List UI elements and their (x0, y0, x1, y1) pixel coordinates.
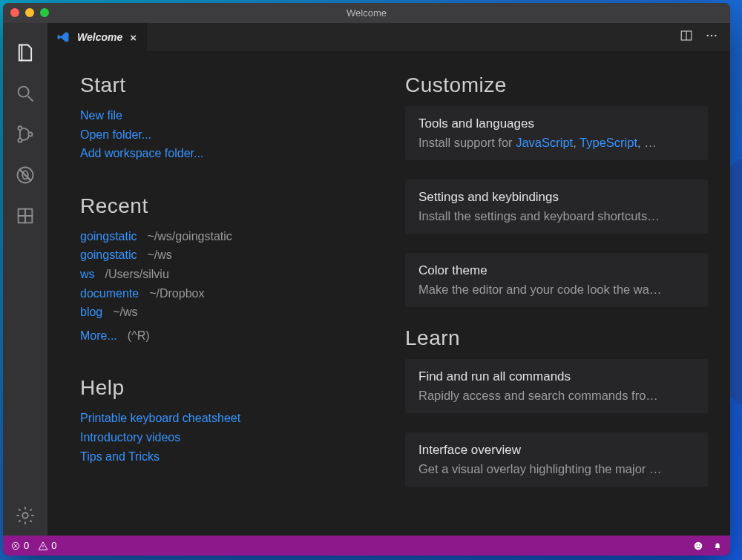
debug-icon[interactable] (3, 154, 47, 195)
customize-settings-card[interactable]: Settings and keybindings Install the set… (405, 179, 708, 234)
card-title: Settings and keybindings (418, 190, 695, 205)
svg-point-3 (28, 132, 32, 136)
learn-overview-card[interactable]: Interface overview Get a visual overlay … (405, 432, 708, 487)
svg-rect-6 (19, 208, 25, 215)
open-folder-link[interactable]: Open folder... (80, 125, 383, 145)
card-desc: Install support for JavaScript, TypeScri… (418, 136, 695, 150)
tab-bar: Welcome × (47, 23, 730, 51)
svg-point-10 (22, 513, 27, 518)
svg-point-2 (18, 138, 22, 142)
svg-point-12 (706, 35, 709, 37)
svg-point-13 (711, 35, 713, 37)
traffic-lights (10, 8, 49, 17)
recent-heading: Recent (80, 194, 383, 218)
status-bar: 0 0 (3, 536, 730, 556)
card-desc: Install the settings and keyboard shortc… (418, 209, 695, 223)
more-actions-icon[interactable] (705, 29, 718, 45)
help-heading: Help (80, 376, 383, 400)
recent-item[interactable]: blog~/ws (80, 303, 383, 322)
close-window-button[interactable] (10, 8, 19, 17)
vscode-logo-icon (56, 30, 70, 44)
card-title: Interface overview (418, 443, 695, 458)
svg-rect-8 (19, 216, 25, 223)
recent-item[interactable]: ws/Users/silviu (80, 265, 383, 284)
status-bell-icon[interactable] (712, 541, 723, 551)
source-control-icon[interactable] (3, 113, 47, 154)
svg-point-16 (695, 541, 703, 550)
error-icon (10, 541, 21, 551)
svg-point-0 (19, 86, 29, 96)
customize-theme-card[interactable]: Color theme Make the editor and your cod… (405, 253, 708, 307)
svg-point-1 (18, 126, 22, 130)
help-link[interactable]: Tips and Tricks (80, 447, 383, 467)
help-link[interactable]: Printable keyboard cheatsheet (80, 409, 383, 428)
card-desc: Make the editor and your code look the w… (418, 283, 695, 297)
split-editor-icon[interactable] (680, 29, 693, 45)
card-title: Find and run all commands (418, 369, 695, 384)
recent-item[interactable]: documente~/Dropbox (80, 284, 383, 303)
add-workspace-folder-link[interactable]: Add workspace folder... (80, 144, 383, 163)
tab-label: Welcome (77, 31, 122, 43)
start-heading: Start (80, 73, 383, 97)
welcome-page: Start New file Open folder... Add worksp… (47, 51, 730, 536)
svg-rect-9 (25, 216, 32, 223)
learn-heading: Learn (405, 326, 708, 350)
app-window: Welcome (3, 3, 730, 556)
svg-point-17 (696, 544, 697, 546)
status-feedback-icon[interactable] (693, 541, 703, 551)
recent-item[interactable]: goingstatic~/ws/goingstatic (80, 227, 383, 246)
customize-tools-card[interactable]: Tools and languages Install support for … (405, 106, 708, 160)
new-file-link[interactable]: New file (80, 106, 383, 125)
zoom-window-button[interactable] (40, 8, 49, 17)
recent-more[interactable]: More...(^R) (80, 326, 383, 346)
help-link[interactable]: Introductory videos (80, 428, 383, 447)
svg-point-14 (715, 35, 717, 37)
card-desc: Rapidly access and search commands fro… (418, 389, 695, 403)
card-title: Tools and languages (418, 116, 695, 131)
close-tab-icon[interactable]: × (130, 31, 137, 44)
window-title: Welcome (347, 7, 387, 19)
status-warnings[interactable]: 0 (38, 540, 56, 551)
settings-gear-icon[interactable] (3, 495, 47, 536)
activity-bar (3, 23, 47, 536)
tab-actions (680, 23, 730, 51)
recent-item[interactable]: goingstatic~/ws (80, 246, 383, 265)
learn-commands-card[interactable]: Find and run all commands Rapidly access… (405, 359, 708, 413)
status-errors[interactable]: 0 (10, 540, 29, 551)
search-icon[interactable] (3, 73, 47, 113)
explorer-icon[interactable] (3, 32, 47, 73)
titlebar[interactable]: Welcome (3, 3, 730, 23)
customize-heading: Customize (405, 73, 708, 97)
warning-icon (38, 541, 48, 551)
minimize-window-button[interactable] (25, 8, 34, 17)
card-desc: Get a visual overlay highlighting the ma… (418, 462, 695, 476)
svg-point-18 (699, 544, 700, 546)
card-title: Color theme (418, 263, 695, 278)
tab-welcome[interactable]: Welcome × (47, 23, 147, 51)
extensions-icon[interactable] (3, 195, 47, 236)
svg-rect-7 (25, 208, 32, 215)
